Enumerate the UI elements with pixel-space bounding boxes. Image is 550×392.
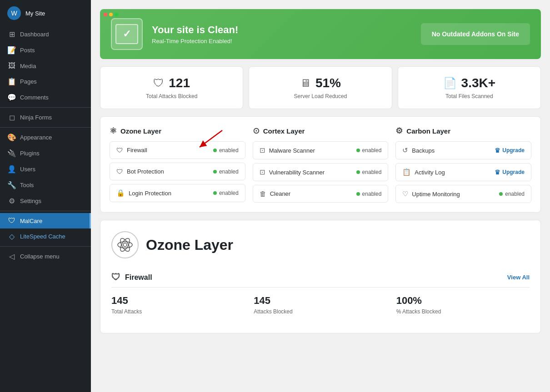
sidebar-item-malcare[interactable]: 🛡 MalCare (0, 213, 91, 228)
firewall-section-label: Firewall (125, 273, 152, 282)
view-all-link[interactable]: View All (507, 274, 530, 281)
backups-upgrade-label: Upgrade (502, 147, 525, 154)
sidebar-item-media[interactable]: 🖼 Media (0, 58, 91, 74)
sidebar-label: Tools (20, 182, 34, 189)
hero-text: Your site is Clean! Real-Time Protection… (152, 24, 238, 45)
malware-status-text: enabled (362, 147, 382, 154)
svg-point-1 (123, 243, 127, 247)
malware-status: enabled (356, 147, 382, 154)
appearance-icon: 🎨 (7, 133, 16, 142)
plugins-icon: 🔌 (7, 149, 16, 158)
bot-protection-label: Bot Protection (127, 168, 164, 175)
backups-item[interactable]: ↺ Backups ♛ Upgrade (395, 141, 531, 159)
settings-icon: ⚙ (7, 197, 16, 205)
fw-stat-percent: 100% % Attacks Blocked (396, 295, 530, 315)
activity-crown-icon: ♛ (495, 169, 500, 176)
carbon-items: ↺ Backups ♛ Upgrade 📋 Activity Log (395, 141, 531, 203)
cortex-items: ⊡ Malware Scanner enabled ⊡ Vulnerabilit… (253, 141, 389, 203)
pages-icon: 📋 (7, 77, 16, 86)
attacks-label: Total Attacks Blocked (146, 93, 197, 99)
sidebar-item-pages[interactable]: 📋 Pages (0, 74, 91, 89)
backups-label: Backups (412, 147, 435, 154)
cleaner-status: enabled (356, 191, 382, 197)
sidebar-divider (0, 107, 91, 108)
attacks-icon: 🛡 (153, 77, 164, 89)
activity-upgrade[interactable]: ♛ Upgrade (495, 169, 525, 176)
cleaner-label: Cleaner (270, 190, 291, 197)
sidebar-label: Plugins (20, 150, 40, 157)
sidebar: W My Site ⊞ Dashboard 📝 Posts 🖼 Media 📋 … (0, 0, 91, 392)
fw-total-label: Total Attacks (111, 308, 245, 315)
sidebar-item-ninja-forms[interactable]: ◻ Ninja Forms (0, 109, 91, 125)
sidebar-item-dashboard[interactable]: ⊞ Dashboard (0, 26, 91, 42)
atom-svg (117, 237, 133, 253)
stats-row: 🛡 121 Total Attacks Blocked 🖥 51% Server… (100, 66, 541, 109)
malware-scanner-item[interactable]: ⊡ Malware Scanner enabled (253, 141, 389, 159)
sidebar-label: Appearance (20, 134, 52, 141)
sidebar-item-posts[interactable]: 📝 Posts (0, 42, 91, 58)
firewall-stats: 145 Total Attacks 145 Attacks Blocked 10… (111, 295, 530, 315)
sidebar-item-plugins[interactable]: 🔌 Plugins (0, 145, 91, 161)
ozone-detail-title: Ozone Layer (146, 237, 233, 253)
activity-upgrade-label: Upgrade (502, 169, 525, 175)
vuln-left: ⊡ Vulnerability Scanner (260, 168, 325, 176)
dot-yellow (109, 13, 113, 16)
sidebar-item-litespeed[interactable]: ◇ LiteSpeed Cache (0, 228, 91, 244)
login-status-text: enabled (219, 190, 239, 196)
sidebar-logo: W My Site (0, 0, 91, 26)
login-icon: 🔒 (116, 189, 125, 197)
sidebar-label: Settings (20, 198, 41, 204)
firewall-item[interactable]: 🛡 Firewall enabled (110, 141, 245, 159)
uptime-status: enabled (499, 191, 525, 197)
cleaner-dot (356, 192, 360, 196)
files-value: 3.3K+ (461, 76, 496, 90)
stat-files-scanned: 📄 3.3K+ Total Files Scanned (398, 66, 541, 109)
sidebar-item-users[interactable]: 👤 Users (0, 161, 91, 177)
sidebar-label: Collapse menu (20, 253, 60, 260)
vuln-dot (356, 170, 360, 174)
vuln-scanner-label: Vulnerability Scanner (269, 169, 325, 176)
ozone-detail-section: Ozone Layer 🛡 Firewall View All 145 Tota… (100, 220, 541, 333)
firewall-header-left: 🛡 Firewall (111, 272, 152, 283)
window-dots (104, 13, 118, 16)
bot-icon: 🛡 (116, 168, 123, 175)
tools-icon: 🔧 (7, 181, 16, 189)
sidebar-item-appearance[interactable]: 🎨 Appearance (0, 129, 91, 145)
carbon-layer-col: ⚙ Carbon Layer ↺ Backups ♛ Upgrade (395, 126, 531, 203)
fw-stat-blocked: 145 Attacks Blocked (254, 295, 387, 315)
fw-total-value: 145 (111, 295, 245, 307)
bot-protection-item[interactable]: 🛡 Bot Protection enabled (110, 163, 245, 180)
site-name: My Site (25, 10, 45, 17)
sidebar-label: MalCare (20, 218, 42, 224)
hero-subtitle: Real-Time Protection Enabled! (152, 38, 238, 45)
wp-logo: W (7, 6, 21, 20)
sidebar-item-tools[interactable]: 🔧 Tools (0, 177, 91, 193)
stat-top-3: 📄 3.3K+ (443, 76, 496, 90)
backups-upgrade[interactable]: ♛ Upgrade (495, 147, 525, 154)
cortex-layer-title: ⊙ Cortex Layer (253, 126, 389, 136)
vuln-status-text: enabled (362, 169, 382, 175)
sidebar-label: Dashboard (20, 31, 49, 38)
hero-badge: No Outdated Addons On Site (421, 23, 530, 45)
vuln-icon: ⊡ (260, 168, 265, 176)
activity-log-item[interactable]: 📋 Activity Log ♛ Upgrade (395, 163, 531, 181)
carbon-title-text: Carbon Layer (406, 127, 450, 135)
activity-log-label: Activity Log (415, 169, 445, 176)
activity-icon: 📋 (402, 168, 411, 176)
dot-red (104, 13, 107, 16)
uptime-item[interactable]: ♡ Uptime Monitoring enabled (395, 185, 531, 203)
sidebar-item-comments[interactable]: 💬 Comments (0, 89, 91, 105)
uptime-dot (499, 192, 503, 196)
login-protection-item[interactable]: 🔒 Login Protection enabled (110, 184, 245, 202)
main-content: Your site is Clean! Real-Time Protection… (91, 0, 550, 392)
backups-icon: ↺ (402, 146, 408, 154)
sidebar-label: LiteSpeed Cache (20, 233, 65, 240)
vulnerability-scanner-item[interactable]: ⊡ Vulnerability Scanner enabled (253, 163, 389, 181)
fw-stat-total: 145 Total Attacks (111, 295, 245, 315)
login-protection-label: Login Protection (129, 190, 171, 197)
ozone-layer-title: ⚛ Ozone Layer (110, 126, 245, 136)
carbon-icon: ⚙ (395, 126, 403, 136)
sidebar-item-settings[interactable]: ⚙ Settings (0, 193, 91, 209)
cleaner-item[interactable]: 🗑 Cleaner enabled (253, 185, 389, 203)
sidebar-item-collapse[interactable]: ◁ Collapse menu (0, 248, 91, 264)
